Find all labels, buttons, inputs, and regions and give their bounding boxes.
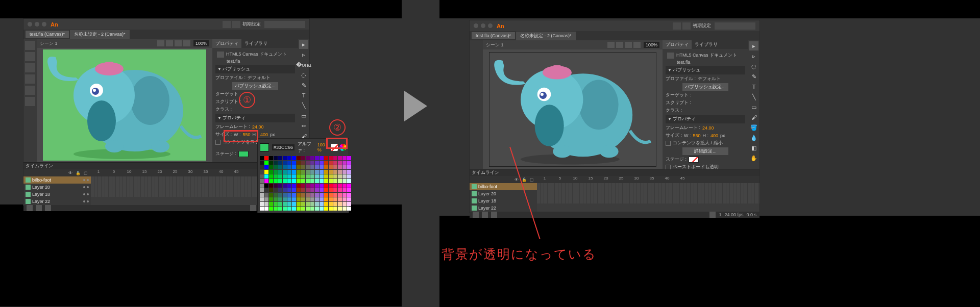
line-tool-icon[interactable]: ╲: [749, 92, 758, 101]
publish-settings-button[interactable]: パブリッシュ設定...: [232, 82, 278, 90]
doc-tab[interactable]: test.fla (Canvas)*: [472, 32, 515, 39]
scene-label[interactable]: シーン 1: [40, 40, 58, 47]
toolbar-icon[interactable]: [673, 22, 681, 30]
frames-area[interactable]: 151015202530354045: [537, 176, 760, 212]
doc-tab[interactable]: 名称未設定 - 2 (Canvas)*: [516, 32, 576, 40]
align-icon[interactable]: [25, 41, 35, 50]
folder-icon[interactable]: [36, 205, 42, 211]
pen-tool-icon[interactable]: ✎: [749, 72, 758, 81]
publish-settings-button[interactable]: パブリッシュ設定...: [682, 83, 728, 91]
eye-icon[interactable]: 👁: [68, 171, 72, 175]
eraser-tool-icon[interactable]: ◧: [749, 143, 758, 152]
subselection-tool-icon[interactable]: ▹: [299, 50, 308, 59]
workspace-label[interactable]: 初期設定: [242, 21, 261, 28]
toolbar-icon[interactable]: [223, 21, 231, 28]
delete-icon[interactable]: [45, 205, 51, 211]
scale-checkbox[interactable]: [666, 141, 671, 146]
clip-icon[interactable]: [625, 42, 632, 48]
toolbar-icon[interactable]: [682, 22, 691, 30]
eye-icon[interactable]: 👁: [514, 177, 519, 182]
layer-row[interactable]: bilbo-foot: [470, 183, 537, 190]
line-tool-icon[interactable]: ╲: [299, 101, 308, 110]
pencil-tool-icon[interactable]: ✏: [299, 121, 308, 131]
stage[interactable]: [489, 52, 656, 167]
properties-tab[interactable]: プロパティ: [212, 39, 241, 48]
stage-color-swatch[interactable]: [689, 157, 699, 163]
hand-tool-icon[interactable]: ✋: [749, 154, 758, 163]
layer-row[interactable]: Layer 22: [23, 198, 91, 205]
hex-input[interactable]: #33CC66: [272, 144, 295, 150]
traffic-lights[interactable]: [28, 22, 46, 27]
library-tab[interactable]: ライブラリ: [241, 39, 271, 48]
timeline-tab[interactable]: タイムライン: [26, 163, 53, 169]
zoom-field[interactable]: 100%: [644, 42, 659, 48]
stage-color-swatch[interactable]: [238, 151, 249, 157]
fit-icon[interactable]: [183, 40, 190, 46]
transform-icon[interactable]: [25, 74, 35, 84]
new-layer-icon[interactable]: [27, 205, 33, 211]
rect-tool-icon[interactable]: ▭: [299, 111, 308, 120]
lock-icon[interactable]: 🔒: [76, 171, 81, 175]
layer-row[interactable]: Layer 20: [470, 190, 537, 197]
text-tool-icon[interactable]: T: [299, 91, 308, 100]
color-icon[interactable]: [25, 52, 35, 61]
scale-checkbox[interactable]: [215, 140, 220, 145]
play-icon[interactable]: [709, 212, 716, 218]
edit-scene-icon[interactable]: [157, 40, 164, 46]
info-icon[interactable]: [25, 86, 35, 95]
layer-row[interactable]: bilbo-foot: [23, 176, 91, 184]
width-value[interactable]: 550: [693, 133, 701, 138]
fit-icon[interactable]: [633, 42, 641, 48]
section-publish[interactable]: パブリッシュ: [215, 65, 295, 73]
layer-row[interactable]: Layer 18: [23, 191, 91, 198]
fps-value[interactable]: 24.00: [702, 125, 714, 131]
free-transform-icon[interactable]: �ona: [299, 60, 308, 69]
outline-icon[interactable]: ▢: [84, 171, 88, 175]
pasteboard-checkbox[interactable]: [666, 165, 671, 170]
brush-tool-icon[interactable]: 🖌: [749, 113, 758, 122]
doc-tab[interactable]: 名称未設定 - 2 (Canvas)*: [70, 30, 130, 39]
timeline-tab[interactable]: タイムライン: [472, 169, 499, 176]
stage[interactable]: [43, 49, 206, 161]
swatches-icon[interactable]: [25, 63, 35, 72]
section-properties[interactable]: プロパティ: [215, 114, 295, 122]
library-icon[interactable]: [25, 97, 35, 106]
lock-icon[interactable]: 🔒: [522, 177, 527, 182]
lasso-tool-icon[interactable]: ◌: [299, 70, 308, 80]
search-icon[interactable]: [264, 21, 305, 28]
rewind-icon[interactable]: [250, 205, 256, 211]
clip-icon[interactable]: [175, 40, 182, 46]
lasso-tool-icon[interactable]: ◌: [749, 62, 758, 71]
pen-tool-icon[interactable]: ✎: [299, 81, 308, 90]
new-layer-icon[interactable]: [473, 212, 479, 218]
traffic-lights[interactable]: [474, 23, 493, 28]
library-tab[interactable]: ライブラリ: [692, 40, 721, 49]
height-value[interactable]: 400: [710, 133, 718, 138]
selection-tool-icon[interactable]: ▸: [749, 41, 758, 50]
advanced-button[interactable]: 詳細設定...: [682, 147, 728, 155]
rect-tool-icon[interactable]: ▭: [749, 103, 758, 112]
height-value[interactable]: 400: [260, 132, 268, 137]
layer-row[interactable]: Layer 22: [470, 204, 537, 212]
selection-tool-icon[interactable]: ▸: [299, 40, 308, 49]
text-tool-icon[interactable]: T: [749, 82, 758, 91]
folder-icon[interactable]: [482, 212, 488, 218]
scene-label[interactable]: シーン 1: [486, 42, 504, 48]
eyedropper-tool-icon[interactable]: 💧: [749, 133, 758, 142]
layer-row[interactable]: Layer 20: [23, 184, 91, 191]
workspace-label[interactable]: 初期設定: [693, 22, 711, 29]
doc-tab[interactable]: test.fla (Canvas)*: [26, 31, 69, 38]
properties-tab[interactable]: プロパティ: [663, 40, 692, 49]
zoom-field[interactable]: 100%: [193, 40, 209, 46]
symbol-icon[interactable]: [616, 42, 623, 48]
bucket-tool-icon[interactable]: 🪣: [749, 123, 758, 132]
toolbar-icon[interactable]: [232, 21, 240, 28]
swatch-grid[interactable]: [260, 156, 347, 211]
edit-scene-icon[interactable]: [607, 42, 615, 48]
subselection-tool-icon[interactable]: ▹: [749, 52, 758, 61]
symbol-icon[interactable]: [166, 40, 173, 46]
outline-icon[interactable]: ▢: [530, 177, 534, 182]
search-icon[interactable]: [715, 22, 755, 30]
delete-icon[interactable]: [491, 212, 497, 218]
section-properties[interactable]: プロパティ: [666, 115, 745, 123]
